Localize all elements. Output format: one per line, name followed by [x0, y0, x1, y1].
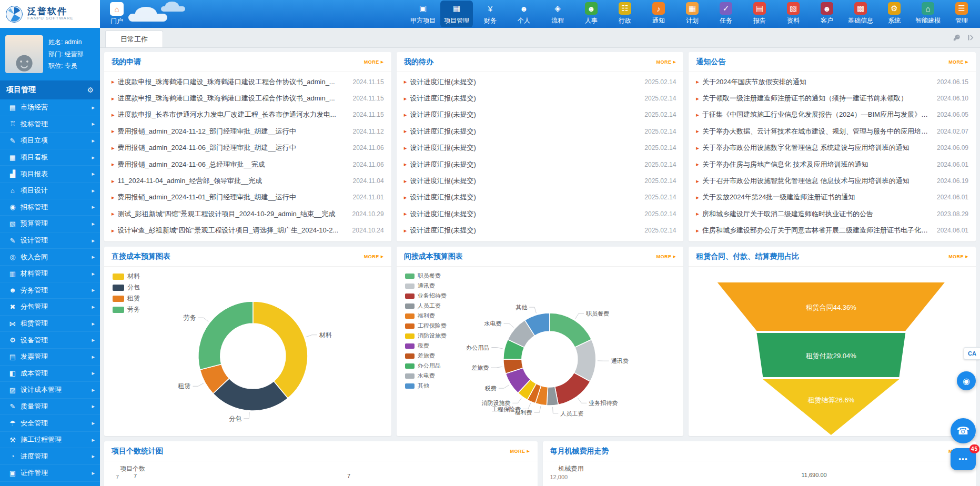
legend-item[interactable]: 分包	[113, 282, 140, 293]
sidebar-menu-item[interactable]: ▟ 项目报表 ▸	[0, 166, 100, 183]
list-item[interactable]: ▸ 测试_彭祖新城“四馆”景观工程设计项目_2024-10-29_admin_结…	[112, 206, 384, 222]
legend-item[interactable]: 人员工资	[405, 301, 447, 311]
list-item[interactable]: ▸ 设计进度汇报(未提交) 2025.02.14	[404, 156, 676, 173]
top-nav-item[interactable]: ▧ 资料	[777, 1, 810, 27]
top-nav-item[interactable]: ▦ 计划	[676, 1, 709, 27]
list-item[interactable]: ▸ 设计进度汇报(未提交) 2025.02.14	[404, 123, 676, 139]
list-item[interactable]: ▸ 设计审查_彭祖新城“四馆”景观工程设计项目_请选择_胡广生_2024-10-…	[112, 222, 384, 239]
sidebar-menu-item[interactable]: ✎ 项目立项 ▸	[0, 133, 100, 149]
more-link[interactable]: MORE▶	[364, 59, 384, 65]
more-link[interactable]: MORE▶	[364, 254, 384, 259]
sidebar-menu-item[interactable]: ▣ 证件管理 ▸	[0, 465, 100, 482]
donut-slice[interactable]	[198, 301, 253, 370]
top-nav-item[interactable]: ⌂ 智能建模	[912, 1, 944, 27]
legend-item[interactable]: 职员餐费	[405, 271, 447, 281]
list-item[interactable]: ▸ 进度款申报_长春市伊通河水力发电厂改建工程_长春市伊通河水力发电... 20…	[112, 107, 384, 123]
top-nav-item[interactable]: ☰ 管理	[945, 1, 978, 27]
more-link[interactable]: MORE▶	[948, 254, 968, 259]
panel-toggle-icon[interactable]	[967, 34, 975, 42]
top-nav-item[interactable]: ☻ 个人	[508, 1, 540, 27]
sidebar-menu-item[interactable]: ✎ 设计管理 ▸	[0, 232, 100, 249]
sidebar-menu-item[interactable]: ☻ 劳务管理 ▸	[0, 282, 100, 299]
sidebar-menu-item[interactable]: ⋈ 租赁管理 ▸	[0, 316, 100, 332]
top-nav-item[interactable]: ▦ 项目管理	[440, 1, 473, 27]
sidebar-menu-item[interactable]: ▨ 设计成本管理 ▸	[0, 382, 100, 399]
chat-button[interactable]: ••• 45	[951, 448, 976, 470]
legend-item[interactable]: 材料	[113, 271, 140, 282]
legend-item[interactable]: 税费	[405, 341, 447, 351]
sidebar-menu-item[interactable]: ▧ 预算管理 ▸	[0, 216, 100, 232]
list-item[interactable]: ▸ 于征集《中国建筑施工行业信息化发展报告（2024）—BIM应用与发展》材料.…	[696, 107, 968, 123]
list-item[interactable]: ▸ 住房和城乡建设部办公厅关于同意吉林省开展二级建造师注册证书电子化试点... …	[696, 222, 968, 239]
sidebar-menu-item[interactable]: ▥ 材料管理 ▸	[0, 266, 100, 282]
list-item[interactable]: ▸ 设计进度汇报(未提交) 2025.02.14	[404, 206, 676, 222]
legend-item[interactable]: 消防设施费	[405, 331, 447, 341]
nav-item-portal[interactable]: ⌂ 门户	[100, 0, 134, 28]
top-nav-item[interactable]: ▤ 报告	[743, 1, 776, 27]
top-nav-item[interactable]: ¥ 财务	[474, 1, 507, 27]
more-link[interactable]: MORE▶	[656, 59, 676, 65]
legend-item[interactable]: 其他	[405, 381, 447, 391]
list-item[interactable]: ▸ 11_2024-11-04_admin_经营部_领导审批__完成 2024.…	[112, 173, 384, 189]
sidebar-menu-item[interactable]: ◉ 招标管理 ▸	[0, 199, 100, 216]
sidebar-menu-item[interactable]: ◔ 进度管理 ▸	[0, 448, 100, 465]
gear-icon[interactable]: ⚙	[87, 86, 94, 94]
sidebar-menu-item[interactable]: ▦ 项目看板 ▸	[0, 149, 100, 166]
list-item[interactable]: ▸ 费用报销_admin_2024-11-12_部门经理审批_胡建__运行中 2…	[112, 123, 384, 139]
ca-cert-tab[interactable]: CA	[964, 347, 980, 360]
sidebar-menu-item[interactable]: ♖ 投标管理 ▸	[0, 116, 100, 133]
top-nav-item[interactable]: ☻ 客户	[811, 1, 843, 27]
sidebar-menu-item[interactable]: ⚒ 施工过程管理 ▸	[0, 432, 100, 449]
legend-item[interactable]: 福利费	[405, 311, 447, 321]
list-item[interactable]: ▸ 设计进度汇报(未提交) 2025.02.14	[404, 140, 676, 156]
app-logo[interactable]: 泛普软件 FANPU SOFTWARE	[0, 0, 100, 28]
legend-item[interactable]: 水电费	[405, 371, 447, 381]
list-item[interactable]: ▸ 房和城乡建设厅关于取消二级建造师临时执业证书的公告 2023.08.29	[696, 206, 968, 222]
list-item[interactable]: ▸ 设计进度汇报(未提交) 2025.02.14	[404, 74, 676, 90]
sidebar-menu-item[interactable]: ▤ 市场经营 ▸	[0, 99, 100, 116]
list-item[interactable]: ▸ 设计进度汇报(未提交) 2025.02.14	[404, 107, 676, 123]
sidebar-menu-item[interactable]: ◎ 收入合同 ▸	[0, 249, 100, 266]
top-nav-item[interactable]: ▣ 甲方项目	[407, 1, 439, 27]
list-item[interactable]: ▸ 关于举办住房与房地产信息化 技术及应用培训班的通知 2024.06.01	[696, 156, 968, 173]
top-nav-item[interactable]: ◈ 流程	[541, 1, 574, 27]
customer-service-button[interactable]: ☎	[951, 418, 976, 443]
list-item[interactable]: ▸ 设计进度汇报(未提交) 2025.02.14	[404, 173, 676, 189]
sidebar-menu-item[interactable]: ⌂ 项目设计 ▸	[0, 183, 100, 199]
sidebar-menu-item[interactable]: ⚙ 设备管理 ▸	[0, 332, 100, 349]
legend-item[interactable]: 业务招待费	[405, 291, 447, 301]
top-nav-item[interactable]: ⚙ 系统	[878, 1, 911, 27]
more-link[interactable]: MORE▶	[656, 254, 676, 259]
list-item[interactable]: ▸ 关于2024年国庆节放假安排的通知 2024.06.15	[696, 74, 968, 90]
monitor-button[interactable]: ◉	[957, 371, 976, 390]
list-item[interactable]: ▸ 设计进度汇报(未提交) 2025.02.14	[404, 90, 676, 106]
top-nav-item[interactable]: ♪ 通知	[642, 1, 675, 27]
list-item[interactable]: ▸ 费用报销_admin_2024-11-06_部门经理审批_胡建__运行中 2…	[112, 140, 384, 156]
list-item[interactable]: ▸ 费用报销_admin_2024-11-01_部门经理审批_胡建__运行中 2…	[112, 189, 384, 206]
list-item[interactable]: ▸ 关于举办市政公用设施数字化管理信息 系统建设与应用培训班的通知 2024.0…	[696, 140, 968, 156]
legend-item[interactable]: 办公用品	[405, 361, 447, 371]
top-nav-item[interactable]: ✓ 任务	[710, 1, 742, 27]
top-nav-item[interactable]: ☷ 行政	[609, 1, 641, 27]
key-icon[interactable]	[953, 34, 961, 42]
list-item[interactable]: ▸ 进度款申报_珠海鹤港口建设_珠海鹤港口建设工程合作协议书_admin_...…	[112, 90, 384, 106]
sidebar-menu-item[interactable]: ◧ 成本管理 ▸	[0, 366, 100, 382]
legend-item[interactable]: 通讯费	[405, 281, 447, 291]
list-item[interactable]: ▸ 关于领取一级注册建造师注册证书的通知（须持一建证书前来领取） 2024.06…	[696, 90, 968, 106]
list-item[interactable]: ▸ 关于召开市政公用设施智慧化管理信息 信息技术与应用培训班的通知 2024.0…	[696, 173, 968, 189]
avatar[interactable]: ☻	[5, 35, 43, 73]
list-item[interactable]: ▸ 设计进度汇报(未提交) 2025.02.14	[404, 222, 676, 239]
top-nav-item[interactable]: ☻ 人事	[575, 1, 608, 27]
legend-item[interactable]: 工程保险费	[405, 321, 447, 331]
legend-item[interactable]: 劳务	[113, 304, 140, 315]
more-link[interactable]: MORE▶	[948, 59, 968, 65]
list-item[interactable]: ▸ 关于发放2024年第24批一级建造师注册证书的通知 2024.06.01	[696, 189, 968, 206]
sidebar-menu-item[interactable]: ✎ 质量管理 ▸	[0, 399, 100, 416]
sidebar-menu-item[interactable]: ✖ 分包管理 ▸	[0, 299, 100, 316]
tab-daily-work[interactable]: 日常工作	[105, 31, 163, 47]
top-nav-item[interactable]: ▩ 基础信息	[844, 1, 877, 27]
funnel-band[interactable]	[763, 379, 900, 435]
more-link[interactable]: MORE▶	[510, 449, 530, 454]
sidebar-menu-item[interactable]: ▤ 发票管理 ▸	[0, 349, 100, 366]
sidebar-menu-item[interactable]: ☂ 安全管理 ▸	[0, 415, 100, 432]
